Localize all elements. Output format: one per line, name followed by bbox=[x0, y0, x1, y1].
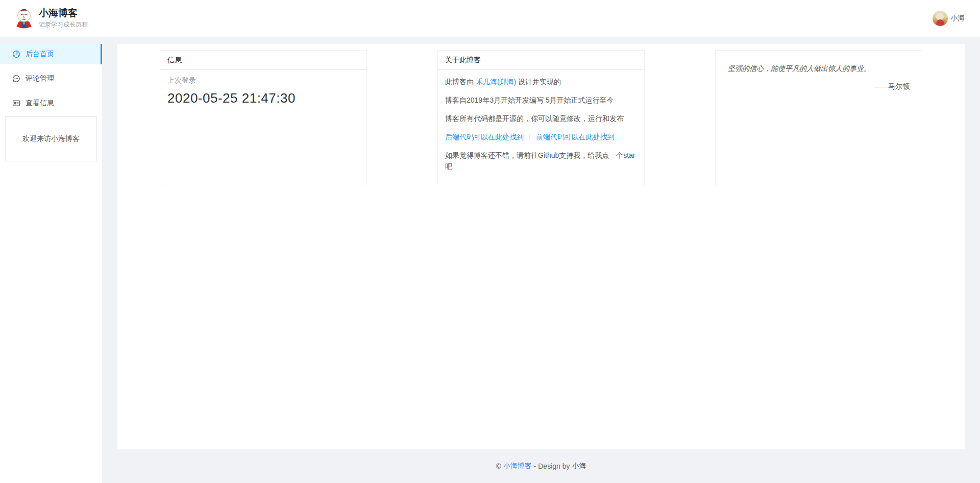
about-card-title: 关于此博客 bbox=[438, 51, 644, 70]
about-line-author: 此博客由 禾几海(郑海) 设计并实现的 bbox=[445, 76, 637, 87]
main-content: 信息 上次登录 2020-05-25 21:47:30 关于此博客 此博客由 禾… bbox=[117, 44, 965, 449]
footer-author: 小海 bbox=[572, 462, 586, 471]
brand: 小海博客 记录学习成长历程 bbox=[15, 8, 88, 29]
about-line1-suffix: 设计并实现的 bbox=[516, 78, 561, 86]
user-menu[interactable]: 小海 bbox=[933, 11, 965, 26]
info-card-body: 上次登录 2020-05-25 21:47:30 bbox=[160, 70, 366, 112]
quote-card-body: 坚强的信心，能使平凡的人做出惊人的事业。 ——马尔顿 bbox=[716, 51, 922, 104]
idcard-icon bbox=[12, 99, 20, 107]
about-line-opensource: 博客所有代码都是开源的，你可以随意修改，运行和发布 bbox=[445, 113, 637, 124]
about-line-star: 如果觉得博客还不错，请前往Github支持我，给我点一个star 吧 bbox=[445, 150, 637, 172]
cards-row: 信息 上次登录 2020-05-25 21:47:30 关于此博客 此博客由 禾… bbox=[117, 44, 965, 185]
site-title: 小海博客 bbox=[39, 8, 88, 19]
frontend-code-link[interactable]: 前端代码可以在此处找到 bbox=[536, 133, 615, 141]
sidebar-item-label: 后台首页 bbox=[26, 50, 54, 59]
copyright-symbol: © bbox=[496, 462, 503, 470]
about-card: 关于此博客 此博客由 禾几海(郑海) 设计并实现的 博客自2019年3月开始开发… bbox=[437, 50, 645, 185]
about-card-body: 此博客由 禾几海(郑海) 设计并实现的 博客自2019年3月开始开发编写 5月开… bbox=[438, 70, 644, 178]
welcome-box: 欢迎来访小海博客 bbox=[5, 116, 97, 161]
last-login-value: 2020-05-25 21:47:30 bbox=[167, 90, 359, 106]
sidebar-item-label: 评论管理 bbox=[26, 74, 54, 83]
link-separator: | bbox=[529, 133, 531, 141]
user-name: 小海 bbox=[950, 14, 965, 23]
sidebar-item-comments[interactable]: 评论管理 bbox=[0, 68, 102, 89]
about-line1-prefix: 此博客由 bbox=[445, 78, 476, 86]
message-icon bbox=[12, 75, 20, 83]
info-card-title: 信息 bbox=[160, 51, 366, 70]
info-card: 信息 上次登录 2020-05-25 21:47:30 bbox=[160, 50, 367, 185]
quote-author: ——马尔顿 bbox=[728, 82, 910, 91]
site-subtitle: 记录学习成长历程 bbox=[39, 20, 88, 29]
sidebar-item-view-info[interactable]: 查看信息 bbox=[0, 93, 102, 113]
welcome-text: 欢迎来访小海博客 bbox=[22, 134, 80, 143]
sidebar: 后台首页 评论管理 查看信息 欢迎来访小海博客 bbox=[0, 44, 102, 483]
footer-site-link[interactable]: 小海博客 bbox=[503, 462, 532, 471]
dashboard-icon bbox=[12, 50, 20, 58]
footer-middle-text: - Design by bbox=[532, 462, 572, 470]
brand-text: 小海博客 记录学习成长历程 bbox=[39, 8, 88, 29]
page-footer: © 小海博客 - Design by 小海 bbox=[117, 449, 965, 483]
app-header: 小海博客 记录学习成长历程 小海 bbox=[0, 0, 980, 37]
sidebar-item-label: 查看信息 bbox=[26, 99, 54, 108]
last-login-label: 上次登录 bbox=[167, 76, 359, 85]
backend-code-link[interactable]: 后端代码可以在此处找到 bbox=[445, 133, 524, 141]
site-logo-icon bbox=[15, 8, 33, 29]
author-link[interactable]: 禾几海(郑海) bbox=[476, 78, 516, 86]
sidebar-item-dashboard[interactable]: 后台首页 bbox=[0, 44, 102, 64]
quote-text: 坚强的信心，能使平凡的人做出惊人的事业。 bbox=[728, 63, 910, 74]
quote-card: 坚强的信心，能使平凡的人做出惊人的事业。 ——马尔顿 bbox=[715, 50, 922, 185]
about-line-history: 博客自2019年3月开始开发编写 5月开始正式运行至今 bbox=[445, 94, 637, 106]
about-line-code-links: 后端代码可以在此处找到|前端代码可以在此处找到 bbox=[445, 131, 637, 142]
user-avatar[interactable] bbox=[933, 11, 948, 26]
